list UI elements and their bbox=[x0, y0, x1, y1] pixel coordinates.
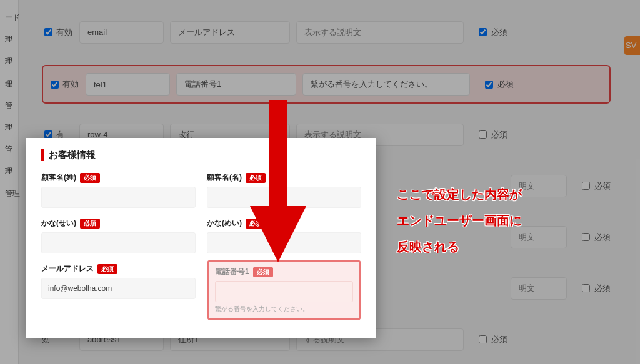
required-checkbox[interactable] bbox=[582, 182, 590, 190]
config-row-highlighted: 有効 tel1 電話番号1 繋がる番号を入力してください。 必須 bbox=[42, 65, 611, 104]
tel1-input[interactable] bbox=[215, 281, 353, 302]
enabled-checkbox[interactable] bbox=[44, 28, 52, 36]
required-checkbox[interactable] bbox=[479, 130, 487, 139]
field-desc[interactable]: 明文 bbox=[511, 277, 567, 300]
sidebar-item[interactable]: 管 bbox=[0, 88, 18, 110]
required-badge: 必須 bbox=[246, 173, 266, 183]
required-label: 必須 bbox=[594, 283, 611, 294]
required-checkbox[interactable] bbox=[485, 81, 493, 89]
sidebar-item[interactable]: 管理 bbox=[0, 176, 18, 198]
required-badge: 必須 bbox=[80, 219, 100, 229]
field-label: かな(めい)必須 bbox=[207, 218, 361, 229]
field-name[interactable]: 電話番号1 bbox=[176, 73, 296, 96]
field-label: メールアドレス必須 bbox=[41, 263, 196, 274]
config-row: 有効 email メールアドレス 表示する説明文 必須 bbox=[42, 15, 611, 49]
field-desc[interactable]: 繋がる番号を入力してください。 bbox=[302, 73, 470, 96]
field-desc[interactable]: 表示する説明文 bbox=[296, 21, 464, 44]
sidebar-item[interactable]: 管 bbox=[0, 132, 18, 154]
field-label: 顧客名(姓)必須 bbox=[41, 172, 196, 183]
sidebar-item[interactable]: 理 bbox=[0, 154, 18, 175]
required-label: 必須 bbox=[491, 334, 508, 345]
csv-button[interactable]: SV bbox=[624, 36, 640, 55]
tel1-help: 繋がる番号を入力してください。 bbox=[215, 305, 353, 313]
panel-title: お客様情報 bbox=[41, 149, 361, 161]
required-label: 必須 bbox=[491, 27, 508, 38]
sidebar-item[interactable]: 理 bbox=[0, 66, 18, 88]
field-label: かな(せい)必須 bbox=[41, 218, 196, 229]
preview-panel: お客様情報 顧客名(姓)必須 顧客名(名)必須 かな(せい)必須 かな(めい)必… bbox=[26, 138, 376, 338]
tel-field-highlighted: 電話番号1必須 繋がる番号を入力してください。 bbox=[207, 260, 361, 320]
required-badge: 必須 bbox=[98, 264, 118, 274]
enabled-label: 有効 bbox=[56, 27, 72, 38]
field-name[interactable]: メールアドレス bbox=[170, 21, 290, 44]
sidebar-item[interactable]: 理 bbox=[0, 22, 18, 44]
field-label: 電話番号1必須 bbox=[215, 267, 353, 277]
sidebar-item[interactable]: 理 bbox=[0, 44, 18, 66]
firstname-input[interactable] bbox=[207, 187, 361, 208]
required-label: 必須 bbox=[491, 129, 508, 140]
required-checkbox[interactable] bbox=[479, 335, 487, 343]
sidebar-item[interactable]: ード bbox=[0, 0, 18, 22]
enabled-checkbox[interactable] bbox=[51, 81, 59, 89]
required-label: 必須 bbox=[498, 79, 514, 90]
field-label: 顧客名(名)必須 bbox=[207, 172, 361, 183]
required-checkbox[interactable] bbox=[479, 28, 487, 36]
required-checkbox[interactable] bbox=[582, 284, 590, 292]
field-key[interactable]: tel1 bbox=[86, 73, 170, 96]
lastname-input[interactable] bbox=[41, 187, 196, 208]
required-badge: 必須 bbox=[246, 219, 266, 229]
required-label: 必須 bbox=[594, 232, 611, 243]
field-key[interactable]: email bbox=[79, 21, 164, 44]
kana-mei-input[interactable] bbox=[207, 232, 361, 253]
field-desc[interactable]: 明文 bbox=[511, 226, 567, 248]
admin-sidebar: ード 理 理 理 管 理 管 理 管理 bbox=[0, 0, 19, 364]
required-badge: 必須 bbox=[80, 173, 100, 183]
sidebar-item[interactable]: 理 bbox=[0, 110, 18, 132]
required-checkbox[interactable] bbox=[582, 233, 590, 241]
enabled-label: 有効 bbox=[62, 79, 79, 90]
field-desc[interactable]: 明文 bbox=[511, 175, 567, 197]
required-label: 必須 bbox=[594, 180, 611, 192]
email-input[interactable] bbox=[41, 278, 196, 299]
kana-sei-input[interactable] bbox=[41, 232, 196, 253]
required-badge: 必須 bbox=[253, 267, 273, 277]
